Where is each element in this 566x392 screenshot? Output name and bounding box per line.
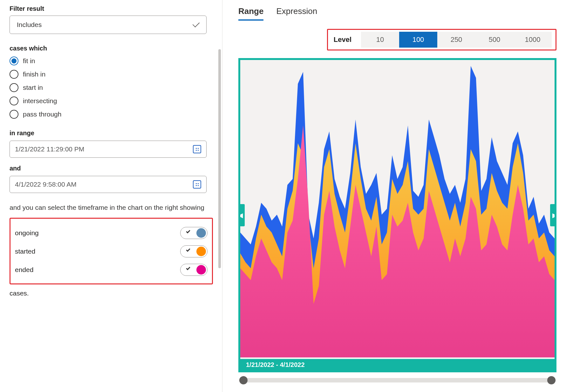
tab-expression[interactable]: Expression — [276, 6, 317, 21]
radio-pass-through[interactable]: pass through — [10, 110, 213, 119]
range-handle-left[interactable]: ◀ — [238, 204, 245, 226]
toggle-row-ended: ended — [15, 261, 208, 279]
radio-fit-in[interactable]: fit in — [10, 56, 213, 65]
check-icon — [186, 266, 190, 270]
calendar-icon[interactable] — [193, 145, 201, 153]
date-start-value: 1/21/2022 11:29:00 PM — [15, 145, 84, 153]
toggle-knob — [196, 265, 206, 275]
radio-label: start in — [23, 84, 43, 91]
toggle-label: ended — [15, 266, 33, 274]
level-option-1000[interactable]: 1000 — [514, 32, 552, 48]
tab-range[interactable]: Range — [238, 6, 263, 21]
radio-label: fit in — [23, 57, 35, 65]
in-range-label: in range — [10, 130, 213, 137]
toggle-row-ongoing: ongoing — [15, 224, 208, 242]
timeframe-chart[interactable]: ◀ ▶ 1/21/2022 - 4/1/2022 — [238, 58, 556, 372]
toggle-switch-ongoing[interactable] — [180, 227, 208, 239]
toggle-label: started — [15, 248, 35, 255]
cases-which-title: cases which — [10, 45, 213, 52]
radio-label: finish in — [23, 70, 45, 78]
filter-result-title: Filter result — [10, 5, 213, 12]
level-option-500[interactable]: 500 — [475, 32, 514, 48]
filter-result-select[interactable]: Includes — [10, 16, 207, 34]
series-toggle-group: ongoingstartedended — [10, 218, 213, 284]
radio-finish-in[interactable]: finish in — [10, 70, 213, 79]
level-segment-group: 101002505001000 — [361, 32, 552, 48]
radio-icon — [10, 110, 18, 119]
chevron-down-icon — [193, 20, 200, 28]
level-option-100[interactable]: 100 — [399, 32, 437, 48]
level-option-250[interactable]: 250 — [437, 32, 475, 48]
radio-start-in[interactable]: start in — [10, 83, 213, 92]
check-icon — [186, 247, 190, 251]
toggle-label: ongoing — [15, 229, 39, 237]
chart-canvas — [240, 60, 555, 370]
date-end-value: 4/1/2022 9:58:00 AM — [15, 181, 77, 188]
radio-label: pass through — [23, 110, 61, 118]
toggle-knob — [196, 247, 206, 256]
zoom-range-track[interactable] — [239, 378, 556, 382]
radio-label: intersecting — [23, 97, 57, 105]
cases-which-radio-group: fit infinish instart inintersectingpass … — [10, 56, 213, 119]
chart-panel: RangeExpression Level 101002505001000 ◀ … — [222, 0, 566, 392]
chart-range-caption: 1/21/2022 - 4/1/2022 — [240, 359, 555, 370]
and-label: and — [10, 165, 213, 172]
cases-suffix: cases. — [10, 289, 213, 297]
radio-icon — [10, 56, 18, 65]
toggle-switch-ended[interactable] — [180, 264, 208, 276]
range-handle-right[interactable]: ▶ — [550, 204, 556, 226]
radio-intersecting[interactable]: intersecting — [10, 96, 213, 105]
zoom-range-thumb-right[interactable] — [547, 376, 556, 384]
toggle-row-started: started — [15, 242, 208, 261]
toggle-knob — [196, 228, 206, 238]
radio-icon — [10, 96, 18, 105]
level-option-10[interactable]: 10 — [361, 32, 399, 48]
level-label: Level — [334, 36, 351, 44]
zoom-range-thumb-left[interactable] — [239, 376, 248, 384]
filter-result-value: Includes — [17, 21, 42, 29]
radio-icon — [10, 70, 18, 79]
tabs: RangeExpression — [238, 6, 556, 21]
calendar-icon[interactable] — [193, 180, 201, 189]
check-icon — [186, 229, 190, 233]
scrollbar-thumb[interactable] — [218, 49, 221, 268]
radio-icon — [10, 83, 18, 92]
date-start-field[interactable]: 1/21/2022 11:29:00 PM — [10, 141, 207, 158]
level-selector: Level 101002505001000 — [327, 29, 556, 50]
timeframe-paragraph: and you can select the timeframe in the … — [10, 203, 210, 213]
toggle-switch-started[interactable] — [180, 245, 208, 257]
filter-panel: Filter result Includes cases which fit i… — [0, 0, 222, 392]
date-end-field[interactable]: 4/1/2022 9:58:00 AM — [10, 176, 207, 193]
